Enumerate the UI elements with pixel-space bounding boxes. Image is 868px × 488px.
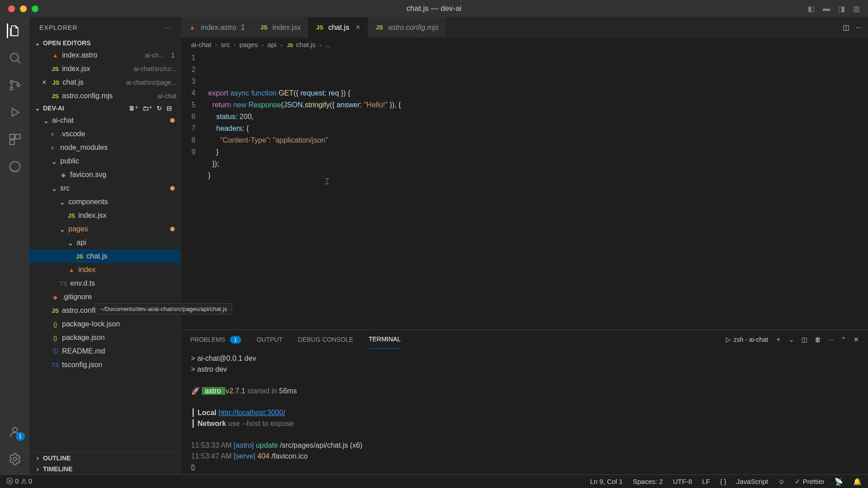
- breadcrumb-item[interactable]: JS chat.js: [286, 41, 316, 48]
- terminal-tab[interactable]: TERMINAL: [369, 330, 401, 349]
- accounts-icon[interactable]: [8, 425, 22, 439]
- folder-item[interactable]: ›.vscode: [29, 127, 181, 141]
- terminal-picker[interactable]: ▷ zsh - ai-chat: [726, 336, 768, 343]
- status-eol[interactable]: LF: [702, 478, 710, 485]
- run-debug-icon[interactable]: [8, 105, 22, 120]
- toggle-primary-side-icon[interactable]: ◧: [808, 5, 815, 13]
- collapse-icon[interactable]: ⊟: [167, 105, 172, 112]
- code-line[interactable]: return new Response(JSON.stringify({ ans…: [208, 99, 868, 111]
- code-line[interactable]: export async function GET({ request: req…: [208, 87, 868, 99]
- status-language[interactable]: JavaScript: [736, 478, 768, 485]
- panel-more-icon[interactable]: ···: [828, 336, 834, 343]
- timeline-header[interactable]: › TIMELINE: [29, 464, 181, 474]
- terminal-output[interactable]: > ai-chat@0.0.1 dev > astro dev 🚀 astro …: [181, 349, 868, 474]
- output-tab[interactable]: OUTPUT: [257, 330, 283, 349]
- file-item[interactable]: ⓘREADME.md: [29, 344, 181, 358]
- editor-tab[interactable]: JSastro.config.mjs: [368, 17, 446, 38]
- source-control-icon[interactable]: [8, 78, 22, 92]
- maximize-window[interactable]: [32, 5, 38, 12]
- status-bell-icon[interactable]: 🔔: [853, 478, 862, 486]
- file-item[interactable]: {}package-lock.json: [29, 317, 181, 331]
- search-view-icon[interactable]: [8, 51, 22, 65]
- extensions-icon[interactable]: [8, 132, 22, 147]
- code-content[interactable]: ⌶ export async function GET({ request: r…: [208, 52, 868, 330]
- code-line[interactable]: "Content-Type": "application/json": [208, 134, 868, 146]
- folder-item[interactable]: ⌄ai-chat: [29, 114, 181, 127]
- toggle-panel-icon[interactable]: ▬: [823, 5, 830, 13]
- split-terminal-icon[interactable]: ◫: [801, 336, 807, 343]
- problems-tab[interactable]: PROBLEMS 1: [190, 330, 241, 349]
- terminal-dropdown-icon[interactable]: ⌄: [789, 336, 794, 343]
- code-line[interactable]: }: [208, 146, 868, 158]
- breadcrumb-item[interactable]: ai-chat: [191, 41, 211, 48]
- file-item[interactable]: ◆favicon.svg: [29, 168, 181, 182]
- minimize-window[interactable]: [20, 5, 27, 12]
- customize-layout-icon[interactable]: ▥: [853, 5, 860, 13]
- status-indent[interactable]: Spaces: 2: [633, 478, 663, 485]
- editor-tab[interactable]: JSchat.js×: [308, 17, 368, 38]
- open-editor-item[interactable]: JSastro.config.mjsai-chat: [29, 89, 181, 103]
- folder-item[interactable]: ⌄public: [29, 154, 181, 168]
- breadcrumb[interactable]: ai-chat›src›pages›api›JS chat.js›...: [181, 38, 868, 51]
- explorer-view-icon[interactable]: [7, 24, 21, 38]
- folder-item[interactable]: ⌄components: [29, 195, 181, 209]
- file-item[interactable]: ◆.gitignore: [29, 290, 181, 304]
- file-item[interactable]: TStsconfig.json: [29, 358, 181, 372]
- open-editor-item[interactable]: ×JSchat.jsai-chat/src/page...: [29, 76, 181, 89]
- status-copilot-icon[interactable]: ☺: [778, 478, 785, 485]
- item-name: favicon.svg: [70, 171, 181, 179]
- outline-label: OUTLINE: [43, 455, 71, 462]
- open-editor-item[interactable]: JSindex.jsxai-chat/src/co...: [29, 62, 181, 76]
- kill-terminal-icon[interactable]: 🗑: [815, 336, 821, 343]
- status-prettier[interactable]: ✓ Prettier: [795, 478, 825, 486]
- open-editor-item[interactable]: ▲index.astroai-ch...1: [29, 48, 181, 62]
- refresh-icon[interactable]: ↻: [157, 105, 162, 112]
- file-item[interactable]: TSenv.d.ts: [29, 277, 181, 290]
- sidebar-more-icon[interactable]: ···: [164, 24, 171, 31]
- file-item[interactable]: ▲index: [29, 263, 181, 277]
- file-item[interactable]: {}package.json: [29, 331, 181, 344]
- settings-gear-icon[interactable]: [8, 452, 22, 466]
- close-window[interactable]: [8, 5, 15, 12]
- breadcrumb-item[interactable]: api: [267, 41, 277, 48]
- item-name: README.md: [62, 347, 181, 355]
- toggle-secondary-side-icon[interactable]: ◨: [838, 5, 845, 13]
- code-line[interactable]: status: 200,: [208, 111, 868, 123]
- folder-item[interactable]: ⌄api: [29, 236, 181, 249]
- title-actions: ◧ ▬ ◨ ▥: [808, 5, 860, 13]
- status-cursor[interactable]: Ln 9, Col 1: [590, 478, 623, 485]
- folder-item[interactable]: ⌄src: [29, 182, 181, 195]
- file-item[interactable]: JSindex.jsx: [29, 209, 181, 222]
- split-editor-icon[interactable]: ◫: [843, 23, 849, 32]
- edge-icon[interactable]: [8, 159, 22, 174]
- breadcrumb-item[interactable]: ...: [325, 41, 331, 48]
- code-line[interactable]: });: [208, 158, 868, 170]
- breadcrumb-item[interactable]: src: [221, 41, 230, 48]
- folder-item[interactable]: ⌄pages: [29, 222, 181, 236]
- new-file-icon[interactable]: 🗎⁺: [129, 105, 138, 112]
- editor-tab[interactable]: JSindex.jsx: [253, 17, 308, 38]
- status-encoding[interactable]: UTF-8: [673, 478, 692, 485]
- file-item[interactable]: JSchat.js: [29, 249, 181, 263]
- open-editors-header[interactable]: ⌄ OPEN EDITORS: [29, 38, 181, 48]
- status-errors[interactable]: ⓧ 0 ⚠ 0: [6, 477, 32, 486]
- more-actions-icon[interactable]: ···: [856, 24, 862, 32]
- status-feedback-icon[interactable]: 📡: [835, 478, 843, 486]
- workspace-header[interactable]: ⌄ DEV-AI 🗎⁺ 🗀⁺ ↻ ⊟: [29, 103, 181, 114]
- editor-tab[interactable]: ▲index.astro1: [181, 17, 253, 38]
- outline-header[interactable]: › OUTLINE: [29, 453, 181, 464]
- new-folder-icon[interactable]: 🗀⁺: [143, 105, 152, 112]
- code-line[interactable]: }: [208, 170, 868, 182]
- code-editor[interactable]: 123456789 ⌶ export async function GET({ …: [181, 51, 868, 330]
- close-editor-icon[interactable]: ×: [42, 78, 46, 86]
- folder-item[interactable]: ›node_modules: [29, 141, 181, 154]
- sidebar-title: EXPLORER: [39, 24, 77, 31]
- breadcrumb-item[interactable]: pages: [239, 41, 258, 48]
- code-line[interactable]: headers: {: [208, 123, 868, 134]
- close-tab-icon[interactable]: ×: [356, 23, 361, 32]
- close-panel-icon[interactable]: ✕: [854, 336, 859, 343]
- new-terminal-icon[interactable]: ＋: [775, 335, 782, 344]
- status-braces-icon[interactable]: { }: [720, 478, 726, 485]
- debug-console-tab[interactable]: DEBUG CONSOLE: [298, 330, 353, 349]
- maximize-panel-icon[interactable]: ⌃: [841, 336, 846, 343]
